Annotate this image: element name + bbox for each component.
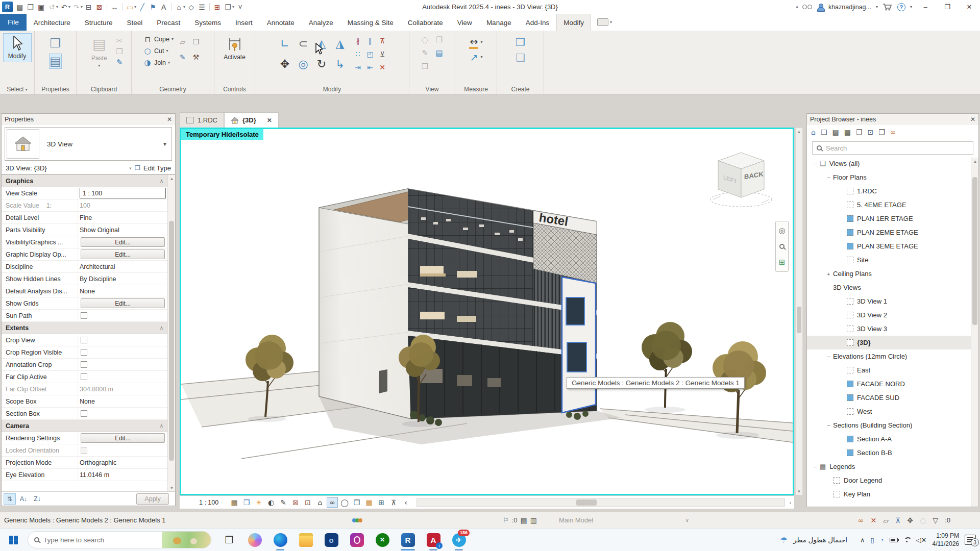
pin-icon[interactable]: ⊼ — [376, 34, 388, 47]
browser-schedules-icon[interactable]: ▦ — [844, 128, 851, 136]
browser-search-box[interactable] — [812, 141, 973, 155]
tree-item-east[interactable]: East — [807, 363, 978, 377]
trim-single-icon[interactable]: ⇥ — [352, 61, 364, 74]
property-value[interactable]: Edit... — [78, 297, 167, 309]
property-value[interactable]: Fine — [78, 212, 167, 223]
tree-item-door-legend[interactable]: Door Legend — [807, 473, 978, 487]
redo-icon-dropdown[interactable]: ▾ — [81, 5, 83, 9]
scroll-up-icon[interactable]: ▲ — [168, 175, 175, 182]
tree-expand-icon[interactable]: − — [824, 422, 833, 429]
browser-scroll-thumb[interactable] — [972, 177, 977, 325]
filter-icon[interactable]: ▽ — [933, 516, 938, 524]
signed-in-user[interactable]: khaznadjinag... — [828, 4, 871, 11]
panel-modify-label[interactable]: Modify — [255, 84, 409, 94]
design-options-icon[interactable]: ▥ — [530, 516, 537, 524]
select-pinned-icon[interactable]: ⊼ — [895, 516, 900, 524]
displace-elements-icon[interactable]: ⊞ — [376, 497, 387, 508]
help-icon[interactable]: ? — [897, 3, 905, 11]
shadows-icon[interactable]: ◐ — [265, 497, 277, 508]
tree-item-section-b-b[interactable]: Section B-B — [807, 446, 978, 460]
tab-precast[interactable]: Precast — [150, 14, 187, 31]
edit-button[interactable]: Edit... — [81, 249, 165, 259]
offset-icon[interactable]: ⊂ — [294, 33, 312, 54]
edit-button[interactable]: Edit... — [81, 298, 165, 308]
properties-sort-icon[interactable]: ⇅ — [4, 493, 16, 505]
modify-tool-button[interactable]: Modify — [3, 33, 32, 62]
active-design-option[interactable]: Main Model∨ — [559, 516, 689, 524]
property-value[interactable] — [78, 444, 167, 456]
instance-selector-chevron-icon[interactable]: ∨ — [129, 166, 132, 170]
measure-angle-icon[interactable]: ↗ — [469, 52, 478, 63]
sort-descending-icon[interactable]: Z↓ — [31, 493, 43, 505]
measure-icon[interactable]: ▭ — [125, 2, 135, 13]
mirror-pick-icon[interactable]: ◭ — [312, 33, 331, 54]
tree-item-views-all-[interactable]: −❏Views (all) — [807, 157, 978, 170]
default-3d-view-icon[interactable]: ⌂ — [174, 2, 184, 13]
panel-clipboard-label[interactable]: Clipboard — [77, 84, 131, 94]
selected-generic-model[interactable] — [562, 277, 596, 413]
tree-item-3d-views[interactable]: −3D Views — [807, 281, 978, 294]
properties-palette-icon[interactable]: ❐ — [49, 36, 62, 51]
print-icon[interactable]: ⊟ — [83, 2, 94, 13]
tab-annotate[interactable]: Annotate — [260, 14, 302, 31]
section-header-extents[interactable]: Extents∧ — [2, 322, 167, 334]
mirror-axis-icon[interactable]: ◮ — [331, 33, 349, 54]
tree-expand-icon[interactable]: − — [824, 285, 833, 291]
tree-item-plan-2eme-etage[interactable]: PLAN 2EME ETAGE — [807, 226, 978, 239]
horizontal-scroll-thumb[interactable] — [576, 499, 597, 506]
tree-item-ceiling-plans[interactable]: +Ceiling Plans — [807, 267, 978, 281]
properties-scroll-thumb[interactable] — [169, 221, 174, 461]
tab-view[interactable]: View — [450, 14, 479, 31]
search-help-icon[interactable] — [802, 5, 812, 9]
property-value[interactable] — [78, 371, 167, 383]
taskbar-app-copilot[interactable] — [242, 529, 267, 551]
property-value[interactable]: Show Original — [78, 224, 167, 236]
properties-close-icon[interactable]: ✕ — [167, 116, 172, 123]
tab-insert[interactable]: Insert — [228, 14, 260, 31]
create-similar-icon[interactable]: ❏ — [516, 52, 525, 64]
view-tab-1rdc[interactable]: 1.RDC — [180, 112, 224, 128]
close-doc-icon[interactable]: ⊠ — [94, 2, 105, 13]
tab-file[interactable]: File — [0, 14, 27, 31]
show-crop-region-icon[interactable]: ⊡ — [302, 497, 313, 508]
measure-icon-dropdown[interactable]: ▾ — [134, 5, 136, 9]
tree-item-1-rdc[interactable]: 1.RDC — [807, 184, 978, 198]
view-tab-3d[interactable]: {3D} ✕ — [224, 112, 279, 128]
tab-systems[interactable]: Systems — [187, 14, 228, 31]
taskbar-app-file-explorer[interactable] — [293, 529, 318, 551]
property-value[interactable]: None — [78, 395, 167, 407]
crop-view-icon[interactable]: ⊠ — [290, 497, 301, 508]
panel-measure-label[interactable]: Measure — [455, 84, 497, 94]
create-group-icon[interactable]: ❒ — [516, 36, 525, 48]
tree-item-section-a-a[interactable]: Section A-A — [807, 432, 978, 446]
qat-collapse-icon[interactable]: ◂ — [796, 5, 798, 9]
type-properties-icon[interactable]: ▤ — [49, 54, 62, 69]
value-input[interactable]: 1 : 100 — [80, 188, 166, 198]
zoom-icon[interactable] — [779, 244, 785, 249]
checkbox[interactable] — [81, 337, 87, 343]
locked-3d-view-icon[interactable]: ⌂ — [314, 497, 326, 508]
tab-massing-site[interactable]: Massing & Site — [340, 14, 401, 31]
sort-ascending-icon[interactable]: A↓ — [17, 493, 30, 505]
taskbar-app-revit[interactable]: R — [395, 529, 421, 551]
checkbox[interactable] — [81, 410, 87, 417]
scroll-down-icon[interactable]: ▼ — [796, 488, 802, 495]
edit-button[interactable]: Edit... — [81, 237, 165, 247]
tab-steel[interactable]: Steel — [120, 14, 150, 31]
rewind-icon[interactable]: ⊞ — [779, 258, 786, 267]
edit-type-button[interactable]: Edit Type — [143, 164, 171, 172]
scroll-right-icon[interactable]: › — [786, 498, 794, 507]
property-value[interactable]: None — [78, 285, 167, 297]
weather-icon[interactable]: ☂ — [780, 535, 788, 545]
value-text[interactable]: 100 — [80, 202, 90, 209]
view-scale-button[interactable]: 1 : 100 — [199, 499, 229, 506]
value-text[interactable]: None — [80, 288, 95, 295]
property-value[interactable]: Edit... — [78, 432, 167, 444]
scroll-up-icon[interactable]: ▲ — [971, 158, 978, 165]
browser-home-icon[interactable]: ⌂ — [811, 128, 816, 136]
property-value[interactable]: Orthographic — [78, 457, 167, 468]
tab-analyze[interactable]: Analyze — [302, 14, 340, 31]
panel-controls-label[interactable]: Controls — [214, 84, 255, 94]
switch-windows-icon[interactable]: ❐ — [223, 2, 233, 13]
tree-item-facade-nord[interactable]: FACADE NORD — [807, 377, 978, 391]
